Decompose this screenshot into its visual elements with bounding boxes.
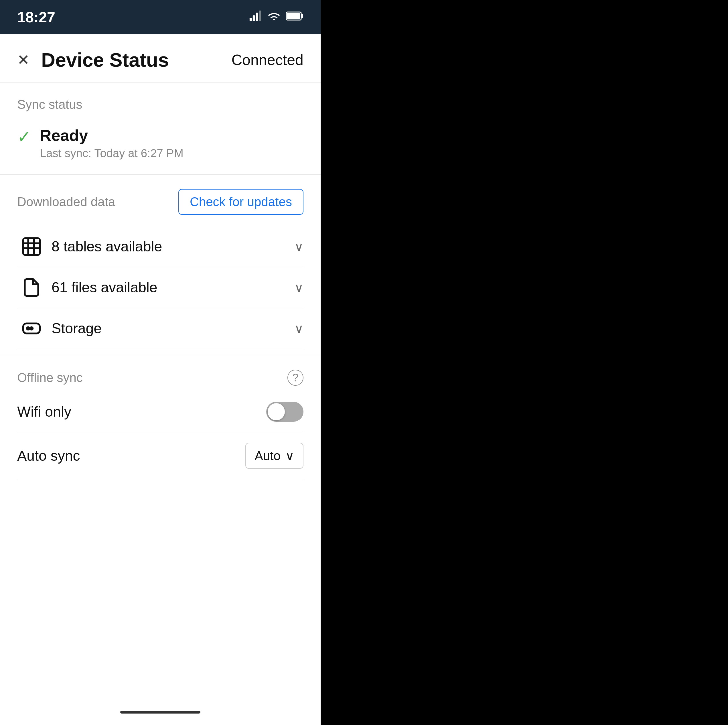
sync-ready-text: Ready [40,126,184,145]
sync-last-time: Last sync: Today at 6:27 PM [40,147,184,160]
auto-sync-label: Auto sync [17,448,80,464]
offline-sync-section: Offline sync ? Wifi only Auto sync Auto … [0,355,321,485]
downloaded-header: Downloaded data Check for updates [17,189,303,215]
files-label: 61 files available [46,279,294,296]
svg-rect-2 [256,12,258,21]
connection-status: Connected [231,51,303,69]
status-bar: 18:27 [0,0,321,34]
auto-sync-value: Auto [254,449,281,463]
close-button[interactable]: ✕ [17,52,30,67]
offline-header: Offline sync ? [17,370,303,386]
sync-text-block: Ready Last sync: Today at 6:27 PM [40,126,184,160]
status-icons [249,9,303,25]
toggle-knob [268,403,285,420]
help-icon[interactable]: ? [288,370,303,386]
svg-point-14 [31,327,33,330]
check-icon: ✓ [17,127,31,147]
files-chevron-icon: ∨ [294,280,303,295]
storage-icon [17,318,46,338]
auto-sync-row: Auto sync Auto ∨ [17,432,303,479]
sync-status-label: Sync status [0,83,321,120]
offline-sync-label: Offline sync [17,370,83,385]
wifi-icon [267,9,281,25]
battery-icon [286,10,303,24]
page-title: Device Status [41,49,169,71]
svg-point-13 [27,327,29,330]
black-panel [321,0,728,725]
phone-panel: 18:27 [0,0,321,725]
header-left: ✕ Device Status [17,49,169,71]
tables-row[interactable]: 8 tables available ∨ [17,226,303,267]
auto-sync-dropdown[interactable]: Auto ∨ [245,443,303,469]
content: Sync status ✓ Ready Last sync: Today at … [0,83,321,702]
header: ✕ Device Status Connected [0,34,321,83]
files-row[interactable]: 61 files available ∨ [17,267,303,308]
storage-label: Storage [46,320,294,337]
storage-row[interactable]: Storage ∨ [17,308,303,349]
wifi-only-toggle[interactable] [266,402,303,422]
wifi-only-label: Wifi only [17,404,71,420]
files-icon [17,277,46,298]
svg-rect-7 [23,238,40,255]
dropdown-chevron-icon: ∨ [285,448,294,463]
svg-rect-5 [301,14,303,18]
check-updates-button[interactable]: Check for updates [178,189,303,215]
svg-rect-6 [287,13,300,19]
svg-rect-1 [253,15,255,21]
downloaded-data-section: Downloaded data Check for updates 8 tabl… [0,175,321,355]
svg-rect-0 [249,18,252,21]
sync-status-section: Sync status ✓ Ready Last sync: Today at … [0,83,321,175]
sync-status-block: ✓ Ready Last sync: Today at 6:27 PM [0,120,321,175]
tables-label: 8 tables available [46,238,294,255]
tables-chevron-icon: ∨ [294,239,303,254]
sync-ready-row: ✓ Ready Last sync: Today at 6:27 PM [17,126,303,160]
status-time: 18:27 [17,9,55,26]
tables-icon [17,237,46,257]
svg-rect-3 [259,11,261,21]
downloaded-data-label: Downloaded data [17,195,115,209]
wifi-only-row: Wifi only [17,392,303,432]
home-indicator [0,702,321,725]
signal-icon [249,9,262,25]
home-bar [120,711,200,714]
storage-chevron-icon: ∨ [294,321,303,336]
